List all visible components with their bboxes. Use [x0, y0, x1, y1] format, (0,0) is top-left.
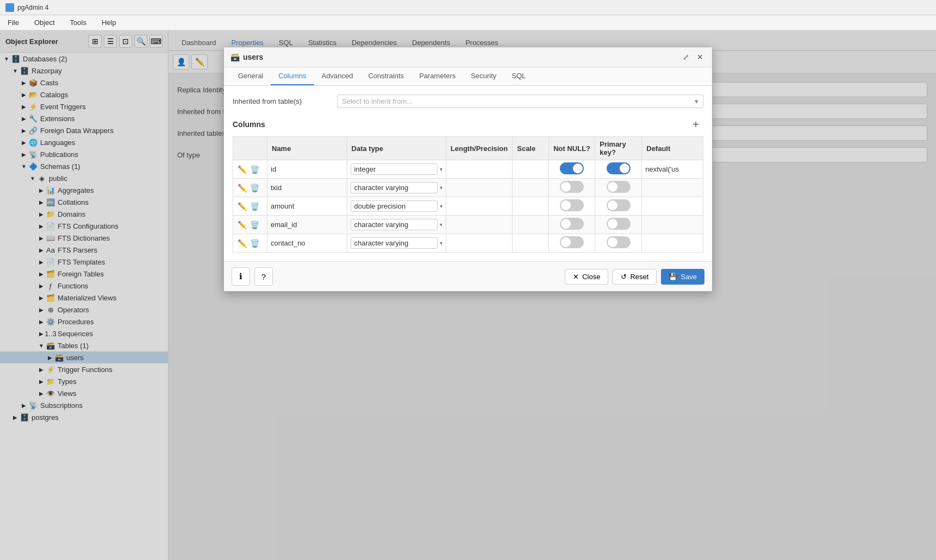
cell-actions-3: ✏️🗑️ [233, 216, 267, 234]
pk-toggle-4[interactable] [607, 236, 631, 248]
modal-dialog: 🗃️ users ⤢ ✕ General Columns Advanced Co… [223, 47, 713, 292]
notnull-toggle-4[interactable] [560, 236, 584, 248]
notnull-toggle-0[interactable] [560, 162, 584, 174]
modal-tab-constraints[interactable]: Constraints [360, 67, 411, 85]
th-actions [233, 137, 267, 160]
reset-button[interactable]: ↺ Reset [613, 269, 657, 285]
modal-overlay: 🗃️ users ⤢ ✕ General Columns Advanced Co… [169, 30, 936, 560]
cell-type-1[interactable]: character varying▾ [347, 179, 446, 197]
cell-name-1: txid [267, 179, 347, 197]
col-name-4: contact_no [271, 239, 305, 247]
save-button[interactable]: 💾 Save [661, 269, 704, 285]
type-select-3[interactable]: character varying [351, 219, 438, 230]
modal-tab-general[interactable]: General [230, 67, 271, 85]
main-layout: Object Explorer ⊞ ☰ ⊡ 🔍 ⌨ ▼🗄️Databases (… [0, 30, 936, 560]
edit-row-2[interactable]: ✏️ [236, 201, 248, 212]
menu-object[interactable]: Object [31, 17, 58, 28]
columns-table: Name Data type Length/Precision Scale No… [233, 136, 703, 253]
cell-scale-2[interactable] [513, 197, 549, 216]
delete-row-2[interactable]: 🗑️ [249, 201, 260, 212]
cell-notnull-3 [549, 216, 595, 234]
close-button[interactable]: ✕ Close [565, 269, 608, 285]
pk-toggle-3[interactable] [607, 218, 631, 230]
type-arrow-2[interactable]: ▾ [440, 203, 442, 209]
edit-row-4[interactable]: ✏️ [236, 238, 248, 249]
help-btn[interactable]: ? [254, 267, 273, 286]
menu-help[interactable]: Help [98, 17, 120, 28]
modal-tab-advanced[interactable]: Advanced [314, 67, 361, 85]
cell-default-1 [642, 179, 703, 197]
footer-right: ✕ Close ↺ Reset 💾 Save [565, 269, 704, 285]
notnull-toggle-1[interactable] [560, 181, 584, 193]
delete-row-4[interactable]: 🗑️ [249, 238, 260, 249]
cell-scale-3[interactable] [513, 216, 549, 234]
modal-close-btn[interactable]: ✕ [695, 52, 706, 62]
cell-type-4[interactable]: character varying▾ [347, 234, 446, 253]
pk-toggle-0[interactable] [607, 162, 631, 174]
type-select-4[interactable]: character varying [351, 237, 438, 249]
reset-label: Reset [630, 273, 648, 281]
cell-pk-2 [595, 197, 642, 216]
cell-actions-2: ✏️🗑️ [233, 197, 267, 216]
pk-toggle-1[interactable] [607, 181, 631, 193]
cell-scale-4[interactable] [513, 234, 549, 253]
add-column-btn[interactable]: + [688, 117, 703, 132]
close-label: Close [582, 273, 600, 281]
table-row: ✏️🗑️email_idcharacter varying▾ [233, 216, 703, 234]
title-bar: pgAdmin 4 [0, 0, 936, 15]
menu-tools[interactable]: Tools [67, 17, 90, 28]
menu-bar: File Object Tools Help [0, 15, 936, 30]
col-name-0: id [271, 165, 276, 173]
modal-tab-parameters[interactable]: Parameters [411, 67, 463, 85]
type-arrow-1[interactable]: ▾ [440, 185, 442, 191]
cell-default-2 [642, 197, 703, 216]
modal-title-text: users [243, 53, 263, 61]
app-title: pgAdmin 4 [17, 4, 48, 11]
cell-length-2[interactable] [446, 197, 512, 216]
edit-row-3[interactable]: ✏️ [236, 219, 248, 230]
app-icon [5, 3, 14, 12]
th-default: Default [642, 137, 703, 160]
columns-title: Columns [233, 120, 265, 129]
delete-row-0[interactable]: 🗑️ [249, 164, 260, 175]
type-arrow-3[interactable]: ▾ [440, 222, 442, 228]
cell-length-0[interactable] [446, 160, 512, 179]
type-select-1[interactable]: character varying [351, 182, 438, 193]
notnull-toggle-3[interactable] [560, 218, 584, 230]
cell-scale-0[interactable] [513, 160, 549, 179]
edit-row-1[interactable]: ✏️ [236, 183, 248, 193]
notnull-toggle-2[interactable] [560, 199, 584, 211]
col-name-3: email_id [271, 221, 297, 229]
cell-type-0[interactable]: integer▾ [347, 160, 446, 179]
cell-type-2[interactable]: double precision▾ [347, 197, 446, 216]
delete-row-3[interactable]: 🗑️ [249, 219, 260, 230]
info-btn[interactable]: ℹ [232, 267, 250, 286]
reset-icon: ↺ [621, 273, 627, 281]
inherit-row: Inherited from table(s) Select to inheri… [233, 95, 703, 108]
modal-tab-security[interactable]: Security [463, 67, 504, 85]
cell-length-4[interactable] [446, 234, 512, 253]
type-arrow-4[interactable]: ▾ [440, 240, 442, 246]
type-select-0[interactable]: integer [351, 163, 438, 175]
cell-pk-3 [595, 216, 642, 234]
pk-toggle-2[interactable] [607, 199, 631, 211]
type-select-2[interactable]: double precision [351, 200, 438, 212]
cell-notnull-1 [549, 179, 595, 197]
cell-length-1[interactable] [446, 179, 512, 197]
menu-file[interactable]: File [4, 17, 22, 28]
th-datatype: Data type [347, 137, 446, 160]
delete-row-1[interactable]: 🗑️ [249, 183, 260, 193]
cell-notnull-2 [549, 197, 595, 216]
modal-tab-columns[interactable]: Columns [271, 67, 314, 85]
modal-tab-sql[interactable]: SQL [504, 67, 533, 85]
inherit-select[interactable]: Select to inherit from... ▾ [337, 95, 703, 108]
type-arrow-0[interactable]: ▾ [440, 166, 442, 172]
cell-length-3[interactable] [446, 216, 512, 234]
cell-scale-1[interactable] [513, 179, 549, 197]
modal-expand-btn[interactable]: ⤢ [681, 52, 691, 62]
table-row: ✏️🗑️txidcharacter varying▾ [233, 179, 703, 197]
cell-default-3 [642, 216, 703, 234]
cell-actions-1: ✏️🗑️ [233, 179, 267, 197]
cell-type-3[interactable]: character varying▾ [347, 216, 446, 234]
edit-row-0[interactable]: ✏️ [236, 164, 248, 175]
